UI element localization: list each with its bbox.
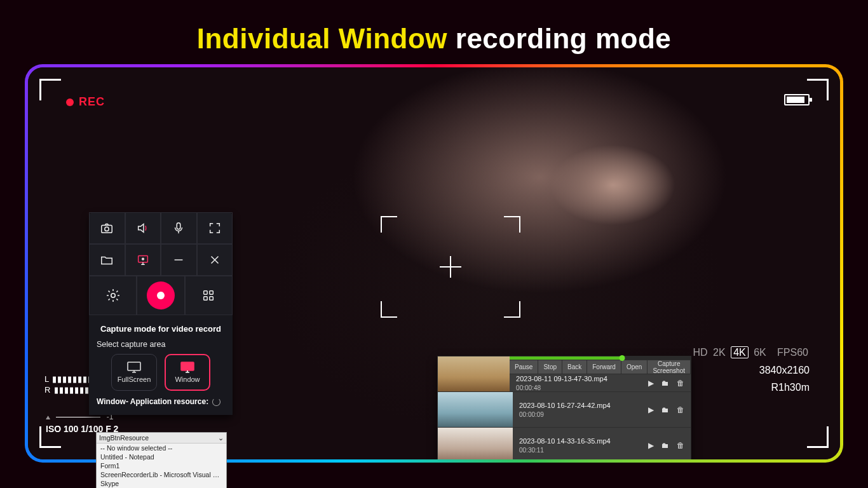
delete-icon[interactable]: 🗑	[677, 441, 684, 450]
viewfinder-corner	[807, 426, 829, 448]
quality-options: HD 2K 4K 6K FPS60	[692, 344, 810, 361]
svg-point-4	[142, 258, 144, 260]
folder-icon[interactable]: 🖿	[661, 379, 669, 388]
thumbnail[interactable]	[438, 392, 513, 428]
resolution-readout: 3840x2160	[692, 362, 810, 379]
recording-duration: 00:00:09	[519, 411, 611, 418]
window-resource-label: Window- Application resource:	[97, 397, 208, 406]
viewfinder-corner	[807, 79, 829, 100]
delete-icon[interactable]: 🗑	[677, 405, 684, 414]
settings-icon[interactable]	[89, 276, 137, 315]
recording-entry[interactable]: 2023-08-11 09-13-47-30.mp4 00:00:48 ▶ 🖿 …	[510, 374, 691, 392]
remaining-readout: R1h30m	[692, 379, 810, 396]
svg-point-5	[111, 294, 114, 297]
fullscreen-icon[interactable]	[197, 212, 233, 244]
title-rest-text: recording mode	[456, 23, 672, 54]
rec-indicator: REC	[66, 95, 105, 109]
dropdown-selected[interactable]: ImgBtnResource ⌄	[97, 433, 226, 444]
recording-filename: 2023-08-10 16-27-24-42.mp4	[519, 402, 611, 409]
loading-spinner-icon	[212, 398, 220, 406]
recording-entry[interactable]: 2023-08-10 16-27-24-42.mp4 00:00:09 ▶ 🖿 …	[513, 392, 691, 428]
dropdown-item[interactable]: Form1	[97, 461, 226, 470]
capture-option-label: Window	[175, 376, 200, 383]
recording-entry[interactable]: 2023-08-10 14-33-16-35.mp4 00:30:11 ▶ 🖿 …	[513, 428, 691, 459]
folder-icon[interactable]: 🖿	[661, 441, 669, 450]
viewfinder-corner	[39, 79, 61, 100]
svg-rect-2	[177, 223, 181, 229]
svg-rect-10	[128, 362, 140, 370]
scale-icon: ⟁	[46, 412, 50, 421]
play-icon[interactable]: ▶	[648, 405, 654, 414]
recording-duration: 00:30:11	[519, 447, 611, 454]
config-title: Capture mode for video record	[97, 324, 225, 334]
svg-rect-8	[204, 297, 208, 301]
minimize-icon[interactable]	[161, 244, 197, 276]
folder-icon[interactable]	[89, 244, 125, 276]
capture-option-label: FullScreen	[118, 376, 151, 383]
svg-point-1	[105, 227, 109, 231]
pause-button[interactable]: Pause	[510, 360, 538, 374]
dropdown-item[interactable]: Untitled - Notepad	[97, 452, 226, 461]
forward-button[interactable]: Forward	[587, 360, 621, 374]
play-icon[interactable]: ▶	[648, 441, 654, 450]
focus-frame	[381, 216, 520, 318]
recording-filename: 2023-08-11 09-13-47-30.mp4	[516, 375, 607, 383]
folder-icon[interactable]: 🖿	[661, 405, 669, 414]
capture-option-fullscreen[interactable]: FullScreen	[111, 354, 157, 391]
window-resource-row: Window- Application resource:	[97, 397, 225, 406]
toolbox-panel: Capture mode for video record Select cap…	[89, 212, 233, 415]
dropdown-item[interactable]: -- No window selected --	[97, 444, 226, 452]
battery-icon	[784, 94, 810, 105]
player-controls: Pause Stop Back Forward Open Capture Scr…	[510, 360, 691, 374]
apps-icon[interactable]	[185, 276, 233, 315]
recording-duration: 00:00:48	[516, 384, 607, 391]
record-icon[interactable]	[147, 281, 175, 309]
svg-rect-7	[210, 291, 214, 295]
recording-filename: 2023-08-10 14-33-16-35.mp4	[519, 437, 611, 445]
viewfinder: REC HD 2K 4K 6K FPS60 3840x2160 R1h30m L…	[28, 67, 840, 459]
quality-6k: 6K	[754, 347, 766, 358]
thumbnail[interactable]	[438, 428, 513, 459]
thumbnail[interactable]	[438, 356, 510, 392]
dropdown-selected-label: ImgBtnResource	[99, 434, 149, 442]
quality-2k: 2K	[713, 347, 726, 358]
back-button[interactable]: Back	[562, 360, 587, 374]
chevron-down-icon: ⌄	[218, 434, 224, 442]
seek-bar[interactable]	[510, 356, 691, 360]
record-button[interactable]	[137, 276, 184, 315]
svg-rect-11	[181, 362, 194, 370]
quality-hd: HD	[693, 347, 708, 358]
dropdown-item[interactable]: ScreenRecorderLib - Microsoft Visual Stu…	[97, 470, 226, 479]
camera-icon[interactable]	[89, 212, 125, 244]
fps-readout: FPS60	[777, 347, 808, 358]
capture-screenshot-button[interactable]: Capture Screenshot	[648, 360, 691, 374]
close-icon[interactable]	[197, 244, 233, 276]
window-select-dropdown[interactable]: ImgBtnResource ⌄ -- No window selected -…	[96, 432, 227, 488]
dropdown-item[interactable]: Skype	[97, 479, 226, 488]
readout-right: HD 2K 4K 6K FPS60 3840x2160 R1h30m	[692, 344, 810, 396]
monitor-icon[interactable]	[125, 244, 161, 276]
open-button[interactable]: Open	[621, 360, 648, 374]
scale-bar	[56, 417, 100, 417]
title-accent: Individual Window	[197, 23, 447, 54]
stop-button[interactable]: Stop	[538, 360, 562, 374]
capture-config: Capture mode for video record Select cap…	[89, 315, 233, 415]
quality-4k: 4K	[731, 346, 749, 358]
capture-option-window[interactable]: Window	[165, 354, 210, 391]
player-panel: Pause Stop Back Forward Open Capture Scr…	[437, 356, 691, 459]
svg-rect-0	[102, 225, 112, 233]
speaker-icon[interactable]	[125, 212, 161, 244]
stage-border: REC HD 2K 4K 6K FPS60 3840x2160 R1h30m L…	[25, 64, 843, 463]
play-icon[interactable]: ▶	[648, 379, 654, 388]
delete-icon[interactable]: 🗑	[677, 379, 684, 388]
dropdown-list: -- No window selected -- Untitled - Note…	[97, 444, 226, 488]
svg-rect-9	[210, 297, 214, 301]
mic-icon[interactable]	[161, 212, 197, 244]
svg-rect-6	[204, 291, 208, 295]
page-title: Individual Window recording mode	[0, 23, 868, 55]
config-subtitle: Select capture area	[97, 340, 225, 349]
